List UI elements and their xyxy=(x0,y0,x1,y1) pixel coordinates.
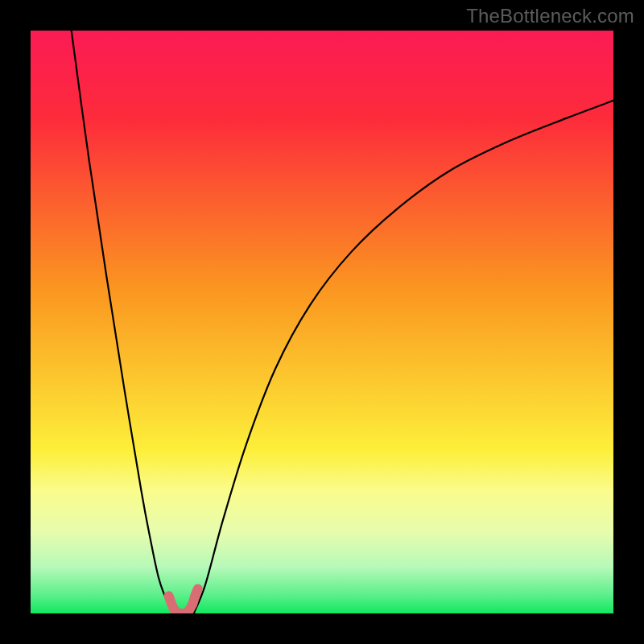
min-marker xyxy=(169,589,198,613)
plot-area xyxy=(31,31,613,613)
curve-left-branch xyxy=(72,31,176,613)
watermark-text: TheBottleneck.com xyxy=(466,5,634,27)
chart-container: TheBottleneck.com xyxy=(0,0,644,644)
bottleneck-curve xyxy=(31,31,613,613)
curve-right-branch xyxy=(194,101,613,613)
